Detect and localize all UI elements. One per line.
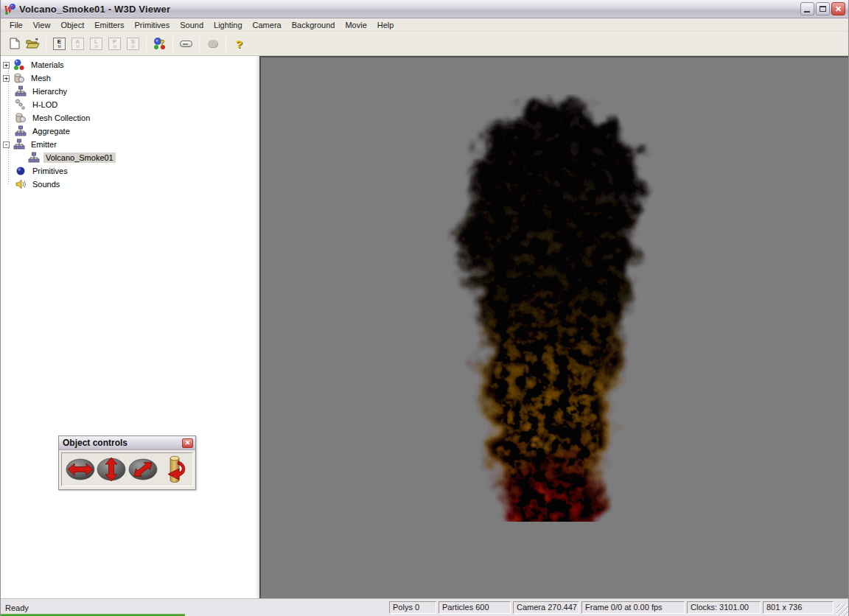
disabled-capture-icon [208, 40, 218, 48]
export-emitter-button[interactable]: EM [50, 35, 69, 52]
status-particles: Particles 600 [439, 601, 511, 614]
menu-object[interactable]: Object [55, 20, 89, 30]
rotate-spin-button[interactable] [158, 455, 189, 484]
tree-item-label-selected: Volcano_Smoke01 [43, 153, 116, 163]
tree-item-hlod[interactable]: H-LOD [1, 98, 255, 111]
resize-grip[interactable] [836, 604, 848, 616]
toolbar-separator [146, 36, 147, 52]
menu-camera[interactable]: Camera [248, 20, 287, 30]
client-area: + Materials + Mesh Hierarchy [1, 56, 849, 598]
tree-item-volcano-smoke01[interactable]: Volcano_Smoke01 [1, 151, 255, 164]
menu-view[interactable]: View [28, 20, 56, 30]
new-button[interactable] [5, 35, 24, 52]
tree-item-mesh[interactable]: + Mesh [1, 71, 255, 85]
tree-item-label: H-LOD [30, 99, 60, 110]
export-lod-button[interactable]: LM [87, 35, 105, 52]
toolbar-separator [172, 36, 173, 52]
close-icon: ✕ [835, 4, 842, 14]
rotate-x-button[interactable] [65, 455, 96, 484]
collapse-toggle[interactable]: - [3, 141, 10, 148]
minimize-icon [804, 11, 810, 13]
app-window: W Volcano_Smoke01 - W3D Viewer ✕ File Vi… [0, 0, 849, 616]
export-aggregate-button[interactable]: AM [69, 35, 87, 52]
expand-toggle[interactable]: + [3, 62, 10, 69]
minimize-button[interactable] [800, 2, 814, 15]
maximize-icon [820, 6, 826, 12]
scene-tree-panel[interactable]: + Materials + Mesh Hierarchy [1, 56, 255, 598]
status-resolution: 801 x 736 [763, 601, 834, 614]
menu-primitives[interactable]: Primitives [130, 20, 175, 30]
new-file-icon [10, 38, 20, 49]
hierarchy-icon [14, 85, 27, 97]
toolbar-separator [46, 36, 46, 52]
close-button[interactable]: ✕ [831, 2, 845, 15]
status-ready: Ready [2, 602, 387, 614]
palette-title-bar[interactable]: Object controls ✕ [59, 436, 195, 450]
menu-emitters[interactable]: Emitters [89, 20, 129, 30]
toggle-toolbar-button[interactable] [177, 35, 195, 52]
help-button[interactable]: ? [230, 35, 248, 52]
menu-sound[interactable]: Sound [175, 20, 209, 30]
panel-toggle-icon [180, 41, 192, 47]
export-primitive-button[interactable]: PM [105, 35, 124, 52]
tree-item-hierarchy[interactable]: Hierarchy [1, 85, 255, 98]
emitter-letter-icon: EM [53, 38, 66, 50]
open-folder-icon [26, 38, 40, 49]
object-controls-palette[interactable]: Object controls ✕ [58, 435, 196, 490]
window-title: Volcano_Smoke01 - W3D Viewer [19, 4, 799, 15]
rotate-diagonal-button[interactable] [127, 455, 158, 484]
maximize-button[interactable] [816, 2, 830, 15]
open-button[interactable] [24, 35, 42, 52]
expand-toggle[interactable]: + [3, 75, 10, 82]
menu-help[interactable]: Help [372, 20, 399, 30]
scene-properties-button[interactable]: ? [150, 35, 169, 52]
tree-item-aggregate[interactable]: Aggregate [1, 125, 255, 138]
capture-button[interactable] [203, 35, 222, 52]
export-sound-button[interactable]: SM [124, 35, 142, 52]
menu-background[interactable]: Background [287, 20, 340, 30]
status-camera: Camera 270.447 [513, 601, 579, 614]
spin-cylinder-icon [159, 454, 189, 485]
tree-item-materials[interactable]: + Materials [1, 58, 255, 71]
status-clocks: Clocks: 3101.00 [687, 601, 761, 614]
menu-movie[interactable]: Movie [340, 20, 371, 30]
primitives-icon [14, 165, 27, 177]
title-bar[interactable]: W Volcano_Smoke01 - W3D Viewer ✕ [1, 0, 848, 18]
3d-viewport[interactable] [259, 56, 849, 598]
scene-properties-icon: ? [153, 37, 167, 50]
primitive-letter-icon: PM [108, 38, 121, 50]
tree-item-label: Materials [29, 60, 66, 70]
tree-item-emitter[interactable]: - Emitter [1, 138, 255, 151]
sounds-icon [14, 178, 27, 190]
materials-icon [13, 59, 25, 71]
horizontal-arrow-orb-icon [66, 458, 95, 481]
svg-text:W: W [4, 4, 14, 15]
aggregate-letter-icon: AM [71, 38, 84, 50]
tree-item-label: Sounds [30, 179, 62, 189]
mesh-collection-icon [14, 112, 27, 124]
tree-item-label: Mesh Collection [30, 113, 92, 123]
mesh-icon [13, 72, 25, 84]
palette-close-button[interactable]: ✕ [182, 438, 193, 448]
emitter-instance-icon [27, 152, 40, 164]
tree-item-primitives[interactable]: Primitives [1, 164, 255, 178]
sound-letter-icon: SM [127, 38, 139, 50]
diagonal-arrow-orb-icon [128, 458, 158, 481]
vertical-arrow-orb-icon [97, 457, 126, 482]
hlod-icon [14, 99, 27, 111]
toolbar: EM AM LM PM SM [1, 32, 848, 56]
aggregate-icon [14, 125, 27, 137]
lod-letter-icon: LM [90, 38, 102, 50]
tree-item-mesh-collection[interactable]: Mesh Collection [1, 111, 255, 125]
menu-lighting[interactable]: Lighting [209, 20, 248, 30]
help-icon: ? [236, 38, 242, 50]
menu-file[interactable]: File [4, 20, 28, 30]
svg-text:?: ? [160, 38, 165, 47]
close-icon: ✕ [185, 440, 191, 447]
smoke-plume-render [397, 94, 707, 522]
tree-item-label: Emitter [29, 139, 59, 150]
tree-item-label: Primitives [30, 166, 70, 176]
rotate-y-button[interactable] [96, 455, 127, 484]
tree-item-sounds[interactable]: Sounds [1, 178, 255, 191]
toolbar-separator [199, 36, 200, 52]
